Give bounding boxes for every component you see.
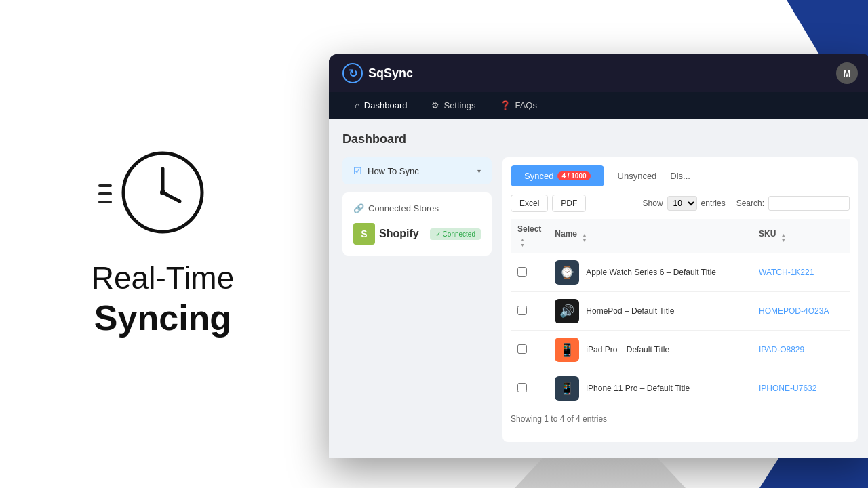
- user-avatar[interactable]: M: [836, 62, 858, 84]
- row-checkbox-cell: [511, 253, 548, 292]
- row-name-cell: 📱 iPad Pro – Default Title: [548, 331, 752, 369]
- faqs-icon: ❓: [500, 100, 511, 110]
- shopify-logo: S Shopify: [353, 223, 419, 245]
- row-sku-cell: IPAD-O8829: [752, 331, 850, 369]
- svg-line-2: [163, 192, 180, 201]
- dis-tab[interactable]: Dis...: [670, 171, 690, 181]
- product-thumb: ⌚: [555, 260, 579, 285]
- main-panel: Synced 4 / 1000 Unsynced Dis... Excel PD…: [502, 157, 858, 442]
- product-name: iPad Pro – Default Title: [586, 345, 669, 354]
- entries-select[interactable]: 10 25 50: [667, 196, 697, 211]
- product-cell: 🔊 HomePod – Default Title: [555, 299, 745, 323]
- row-sku-cell: WATCH-1K221: [752, 253, 850, 292]
- search-input[interactable]: [768, 196, 850, 211]
- product-thumb: 📱: [555, 338, 579, 362]
- clock-line-3: [98, 201, 112, 203]
- synced-count-badge: 4 / 1000: [557, 171, 590, 180]
- clock-lines: [98, 184, 112, 203]
- table-row: 📱 iPhone 11 Pro – Default Title IPHONE-U…: [511, 369, 850, 408]
- row-checkbox-cell: [511, 369, 548, 408]
- svg-point-3: [160, 190, 165, 195]
- table-footer-text: Showing 1 to 4 of 4 entries: [511, 414, 607, 424]
- sku-value: HOMEPOD-4O23A: [759, 306, 829, 316]
- show-label: Show: [643, 199, 663, 208]
- sku-column-header: SKU ▲▼: [752, 219, 850, 253]
- pdf-button[interactable]: PDF: [552, 195, 586, 212]
- app-nav: ⌂ Dashboard ⚙ Settings ❓ FAQs: [329, 92, 868, 119]
- sync-icon: ☑: [353, 165, 362, 176]
- row-checkbox-2[interactable]: [517, 344, 527, 354]
- connected-status-badge: ✓ Connected: [430, 228, 481, 240]
- row-checkbox-3[interactable]: [517, 383, 527, 392]
- row-checkbox-cell: [511, 331, 548, 369]
- synced-tab-button[interactable]: Synced 4 / 1000: [511, 165, 604, 186]
- clock-line-2: [98, 192, 112, 195]
- left-panel: Real-Time Syncing: [0, 0, 326, 488]
- logo-icon: [342, 63, 363, 83]
- app-header: SqSync M: [329, 54, 868, 92]
- table-row: ⌚ Apple Watch Series 6 – Default Title W…: [511, 253, 850, 292]
- how-to-sync-button[interactable]: ☑ How To Sync ▾: [342, 157, 492, 184]
- product-thumb: 🔊: [555, 299, 579, 323]
- nav-item-dashboard[interactable]: ⌂ Dashboard: [342, 92, 419, 119]
- unsynced-tab[interactable]: Unsynced: [618, 171, 657, 181]
- table-buttons: Excel PDF: [511, 195, 586, 212]
- nav-item-settings[interactable]: ⚙ Settings: [419, 92, 488, 119]
- shopify-badge: S Shopify ✓ Connected: [353, 223, 481, 245]
- select-column-header: Select ▲▼: [511, 219, 548, 253]
- chevron-down-icon: ▾: [477, 167, 481, 175]
- row-name-cell: ⌚ Apple Watch Series 6 – Default Title: [548, 253, 752, 292]
- product-name: Apple Watch Series 6 – Default Title: [586, 268, 716, 277]
- sku-value: IPHONE-U7632: [759, 384, 816, 393]
- table-footer: Showing 1 to 4 of 4 entries: [511, 407, 850, 424]
- synced-tabs: Synced 4 / 1000 Unsynced Dis...: [511, 165, 850, 186]
- name-sort-icon: ▲▼: [582, 232, 587, 243]
- dashboard-icon: ⌂: [355, 100, 360, 110]
- clock-container: [119, 148, 207, 239]
- app-content: Dashboard ☑ How To Sync ▾ 🔗 C: [329, 119, 868, 458]
- clock-line-1: [98, 184, 112, 187]
- page-title: Dashboard: [342, 132, 858, 146]
- entries-label: entries: [701, 199, 726, 208]
- nav-label-faqs: FAQs: [515, 100, 537, 110]
- nav-label-settings: Settings: [443, 100, 475, 110]
- table-row: 📱 iPad Pro – Default Title IPAD-O8829: [511, 331, 850, 369]
- shopify-name: Shopify: [379, 228, 419, 240]
- search-area: Search:: [736, 196, 850, 211]
- row-checkbox-1[interactable]: [517, 306, 527, 315]
- sku-value: IPAD-O8829: [759, 345, 804, 354]
- left-text: Real-Time Syncing: [92, 260, 234, 340]
- connected-stores-label: Connected Stores: [368, 203, 439, 214]
- link-icon: 🔗: [353, 203, 364, 214]
- clock-icon: [119, 148, 207, 237]
- how-to-sync-label: How To Sync: [368, 166, 419, 176]
- select-sort-icon: ▲▼: [520, 237, 525, 247]
- sku-value: WATCH-1K221: [759, 268, 814, 277]
- product-cell: ⌚ Apple Watch Series 6 – Default Title: [555, 260, 745, 285]
- product-cell: 📱 iPad Pro – Default Title: [555, 338, 745, 362]
- product-thumb: 📱: [555, 376, 579, 401]
- excel-button[interactable]: Excel: [511, 195, 548, 212]
- sidebar-panel: ☑ How To Sync ▾ 🔗 Connected Stores S: [342, 157, 492, 442]
- show-entries-control: Show 10 25 50 entries: [643, 196, 726, 211]
- connected-stores-card: 🔗 Connected Stores S Shopify ✓ Connected: [342, 192, 492, 256]
- monitor-stand: [505, 458, 695, 488]
- name-column-header: Name ▲▼: [548, 219, 752, 253]
- row-name-cell: 📱 iPhone 11 Pro – Default Title: [548, 369, 752, 408]
- connected-stores-title: 🔗 Connected Stores: [353, 203, 481, 214]
- product-name: HomePod – Default Title: [586, 306, 674, 316]
- content-layout: ☑ How To Sync ▾ 🔗 Connected Stores S: [342, 157, 858, 442]
- connected-status-text: ✓ Connected: [435, 230, 475, 238]
- settings-icon: ⚙: [431, 100, 439, 110]
- search-label: Search:: [736, 199, 764, 208]
- table-controls: Excel PDF Show 10 25 50 e: [511, 195, 850, 212]
- row-sku-cell: HOMEPOD-4O23A: [752, 292, 850, 331]
- app-name: SqSync: [368, 66, 413, 81]
- nav-item-faqs[interactable]: ❓ FAQs: [488, 92, 549, 119]
- row-checkbox-cell: [511, 292, 548, 331]
- products-table: Select ▲▼ Name ▲▼: [511, 219, 850, 407]
- row-checkbox-0[interactable]: [517, 267, 527, 277]
- sku-sort-icon: ▲▼: [781, 232, 786, 243]
- monitor-wrapper: SqSync M ⌂ Dashboard ⚙ Settings ❓ FAQs D…: [319, 54, 868, 488]
- how-to-sync-card: ☑ How To Sync ▾: [342, 157, 492, 184]
